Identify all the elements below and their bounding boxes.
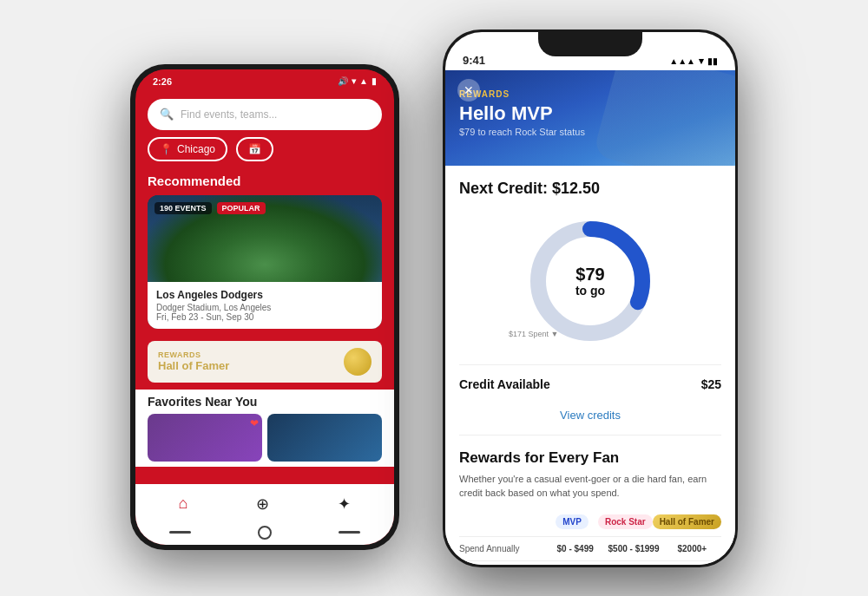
- calendar-button[interactable]: 📅: [236, 137, 273, 161]
- calendar-icon: 📅: [248, 143, 261, 155]
- iphone-notch: [538, 32, 642, 56]
- donut-center: $79 to go: [575, 265, 605, 298]
- rewards-fan-desc: Whether you're a casual event-goer or a …: [459, 472, 721, 501]
- close-button[interactable]: ✕: [457, 79, 480, 102]
- tier-spend-row: Spend Annually $0 - $499 $500 - $1999 $2…: [459, 536, 721, 560]
- tab-home-icon[interactable]: ⌂: [179, 494, 188, 513]
- event-team: Los Angeles Dodgers: [156, 289, 373, 301]
- tier-spend-mvp: $0 - $499: [546, 544, 604, 553]
- tier-mvp-col: MVP: [546, 513, 598, 529]
- tier-header-row: MVP Rock Star Hall of Famer: [459, 513, 721, 529]
- event-card[interactable]: 190 EVENTS POPULAR Los Angeles Dodgers D…: [148, 195, 382, 329]
- favorite-card-1[interactable]: ❤: [148, 414, 262, 462]
- android-location-row: 📍 Chicago 📅: [148, 137, 382, 161]
- iphone-content: ✕ REWARDS Hello MVP $79 to reach Rock St…: [445, 70, 735, 565]
- iphone-main-content: Next Credit: $12.50 $79 to go $171 S: [445, 166, 735, 565]
- favorite-card-2[interactable]: [267, 414, 382, 462]
- rewards-fan-section: Rewards for Every Fan Whether you're a c…: [459, 436, 721, 565]
- iphone-time: 9:41: [463, 54, 485, 67]
- wifi-icon: ▾: [352, 76, 356, 86]
- signal-icon: ▲: [359, 76, 368, 86]
- events-count-tag: 190 EVENTS: [155, 202, 212, 214]
- donut-spent-label: $171 Spent ▼: [509, 330, 558, 338]
- iphone-signal-icon: ▲▲▲: [669, 56, 695, 66]
- tab-ticket-icon[interactable]: ✦: [338, 494, 351, 514]
- event-venue: Dodger Stadium, Los Angeles: [156, 303, 373, 312]
- android-tab-bar: ⌂ ⊕ ✦: [135, 484, 394, 524]
- search-placeholder-text: Find events, teams...: [181, 108, 277, 121]
- rewards-strip-tier: Hall of Famer: [158, 359, 229, 372]
- rewards-header: ✕ REWARDS Hello MVP $79 to reach Rock St…: [445, 70, 735, 166]
- rewards-coin-icon: [344, 348, 372, 376]
- favorites-row: ❤: [148, 414, 382, 462]
- location-button[interactable]: 📍 Chicago: [148, 137, 227, 161]
- tier-mvp-badge: MVP: [556, 514, 589, 529]
- tier-rockstar-col: Rock Star: [598, 513, 653, 529]
- donut-label: to go: [575, 284, 605, 298]
- tier-spend-rockstar: $500 - $1999: [604, 544, 662, 553]
- event-card-image: 190 EVENTS POPULAR: [148, 195, 382, 282]
- view-credits-text: View credits: [560, 409, 621, 422]
- gesture-recents: [339, 531, 360, 534]
- scene: 2:26 🔊 ▾ ▲ ▮ 🔍 Find events, teams... 📍 C…: [130, 29, 738, 567]
- battery-icon: ▮: [372, 76, 377, 86]
- popular-tag: POPULAR: [217, 202, 266, 214]
- next-credit-title: Next Credit: $12.50: [459, 180, 721, 198]
- android-nav-bar: ⌂ ⊕ ✦: [135, 484, 394, 545]
- favorites-title: Favorites Near You: [148, 395, 382, 409]
- heart-icon: ❤: [250, 417, 259, 429]
- rewards-header-bg: [593, 70, 735, 166]
- android-time: 2:26: [153, 76, 172, 87]
- tier-spend-label: Spend Annually: [459, 544, 546, 553]
- donut-chart-container: $79 to go $171 Spent ▼: [521, 212, 660, 350]
- recommended-title: Recommended: [148, 174, 382, 188]
- tier-credit-row: Credit Earned Per $250 Spent $12 $15 $20: [459, 560, 721, 565]
- view-credits-link[interactable]: View credits: [459, 403, 721, 436]
- tier-hofamer-badge: Hall of Famer: [653, 514, 721, 529]
- gesture-back: [169, 531, 191, 534]
- gesture-home: [258, 526, 272, 540]
- tier-label-spacer: [459, 513, 546, 529]
- event-tags: 190 EVENTS POPULAR: [155, 202, 266, 214]
- android-status-bar: 2:26 🔊 ▾ ▲ ▮: [135, 69, 394, 94]
- credit-available-label: Credit Available: [459, 377, 550, 391]
- event-info: Los Angeles Dodgers Dodger Stadium, Los …: [148, 282, 382, 329]
- android-gesture-bar: [135, 524, 394, 545]
- location-pin-icon: 📍: [160, 143, 173, 155]
- iphone-battery-icon: ▮▮: [707, 56, 718, 66]
- location-label: Chicago: [177, 143, 215, 155]
- tier-spend-hofamer: $2000+: [663, 544, 721, 553]
- credit-available-row: Credit Available $25: [459, 364, 721, 403]
- favorites-section: Favorites Near You ❤: [135, 390, 394, 467]
- tab-search-icon[interactable]: ⊕: [256, 494, 269, 514]
- rewards-strip-label: REWARDS: [158, 350, 229, 359]
- rewards-strip[interactable]: REWARDS Hall of Famer: [148, 341, 382, 383]
- credit-available-amount: $25: [701, 377, 721, 391]
- volume-icon: 🔊: [338, 76, 348, 86]
- event-date: Fri, Feb 23 - Sun, Sep 30: [156, 312, 373, 322]
- rewards-strip-content: REWARDS Hall of Famer: [158, 350, 229, 372]
- iphone-wifi-icon: ▾: [699, 56, 704, 67]
- android-phone: 2:26 🔊 ▾ ▲ ▮ 🔍 Find events, teams... 📍 C…: [130, 64, 399, 550]
- iphone-phone: 9:41 ▲▲▲ ▾ ▮▮ ✕ REWARDS Hello MVP $79 to…: [443, 29, 738, 567]
- tier-rockstar-badge: Rock Star: [598, 514, 653, 529]
- android-status-icons: 🔊 ▾ ▲ ▮: [338, 76, 377, 86]
- iphone-status-icons: ▲▲▲ ▾ ▮▮: [669, 56, 718, 67]
- tier-hofamer-col: Hall of Famer: [653, 513, 721, 529]
- search-icon: 🔍: [160, 108, 174, 121]
- donut-amount: $79: [575, 265, 605, 284]
- rewards-fan-title: Rewards for Every Fan: [459, 449, 721, 467]
- recommended-section: Recommended 190 EVENTS POPULAR Los Angel…: [135, 168, 394, 334]
- android-search-bar[interactable]: 🔍 Find events, teams...: [148, 99, 382, 130]
